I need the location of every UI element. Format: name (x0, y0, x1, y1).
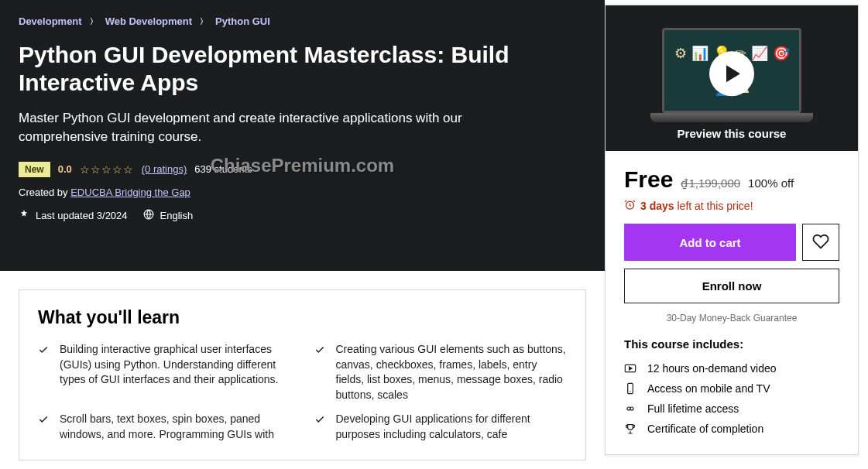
check-icon (314, 414, 325, 442)
rating-row: New 0.0 ☆☆☆☆☆ (0 ratings) 639 students (19, 162, 586, 177)
check-icon (314, 344, 325, 402)
alarm-icon (624, 199, 636, 213)
what-youll-learn: What you'll learn Building interactive g… (19, 289, 586, 460)
learn-item: Scroll bars, text boxes, spin boxes, pan… (38, 412, 291, 442)
video-icon (624, 362, 636, 375)
learn-item-text: Developing GUI applications for differen… (336, 412, 568, 442)
includes-list: 12 hours on-demand video Access on mobil… (624, 358, 839, 439)
preview-label: Preview this course (678, 127, 787, 140)
preview-video[interactable]: ⚙📊💡✏ 📈🎯👤☁ Preview this course (606, 5, 858, 151)
learn-item: Creating various GUI elements such as bu… (314, 342, 568, 402)
language: English (143, 209, 194, 222)
created-by: Created by EDUCBA Bridging the Gap (19, 187, 586, 198)
wishlist-button[interactable] (802, 224, 839, 261)
last-updated-text: Last updated 3/2024 (36, 210, 128, 221)
check-icon (38, 414, 49, 442)
last-updated: Last updated 3/2024 (19, 209, 128, 222)
play-icon (709, 51, 754, 96)
globe-icon (143, 209, 154, 222)
enroll-button[interactable]: Enroll now (624, 269, 839, 303)
svg-marker-3 (630, 367, 632, 370)
urgency-days: 3 days (640, 200, 674, 212)
trophy-icon (624, 423, 636, 435)
learn-item: Developing GUI applications for differen… (314, 412, 568, 442)
learn-item: Building interactive graphical user inte… (38, 342, 291, 402)
new-badge: New (19, 162, 50, 177)
check-icon (38, 344, 49, 402)
author-link[interactable]: EDUCBA Bridging the Gap (70, 187, 190, 198)
course-title: Python GUI Development Masterclass: Buil… (19, 41, 561, 97)
student-count: 639 students (194, 163, 252, 175)
learn-item-text: Creating various GUI elements such as bu… (336, 342, 568, 402)
urgency-message: 3 days left at this price! (624, 199, 839, 213)
purchase-card: ⚙📊💡✏ 📈🎯👤☁ Preview this course Free ₫1,19… (605, 5, 859, 455)
guarantee-text: 30-Day Money-Back Guarantee (624, 313, 839, 324)
includes-text: Full lifetime access (647, 402, 739, 415)
add-to-cart-button[interactable]: Add to cart (624, 224, 796, 261)
includes-item: Full lifetime access (624, 399, 839, 419)
badge-icon (19, 209, 29, 222)
course-subtitle: Master Python GUI development and create… (19, 109, 530, 146)
mobile-icon (624, 382, 636, 395)
learn-title: What you'll learn (38, 307, 567, 328)
learn-item-text: Scroll bars, text boxes, spin boxes, pan… (60, 412, 291, 442)
urgency-text: left at this price! (674, 200, 753, 212)
price: Free (624, 166, 673, 193)
chevron-right-icon: 〉 (90, 16, 98, 27)
breadcrumb-link[interactable]: Development (19, 15, 82, 27)
includes-item: Certificate of completion (624, 419, 839, 439)
heart-icon (812, 233, 829, 252)
star-icons: ☆☆☆☆☆ (80, 163, 134, 176)
breadcrumb-link[interactable]: Python GUI (215, 15, 270, 27)
original-price: ₫1,199,000 (681, 176, 740, 190)
language-text: English (160, 210, 194, 221)
ratings-link[interactable]: (0 ratings) (142, 163, 187, 175)
infinity-icon (624, 402, 636, 415)
includes-text: 12 hours on-demand video (647, 362, 777, 375)
includes-title: This course includes: (624, 337, 839, 351)
rating-value: 0.0 (58, 163, 72, 175)
includes-item: 12 hours on-demand video (624, 358, 839, 378)
created-by-label: Created by (19, 187, 70, 198)
chevron-right-icon: 〉 (200, 16, 208, 27)
learn-item-text: Building interactive graphical user inte… (60, 342, 291, 402)
course-header: Development 〉 Web Development 〉 Python G… (0, 0, 605, 271)
includes-item: Access on mobile and TV (624, 378, 839, 399)
breadcrumb: Development 〉 Web Development 〉 Python G… (19, 15, 586, 27)
svg-rect-4 (628, 383, 633, 393)
discount-percent: 100% off (748, 176, 794, 190)
breadcrumb-link[interactable]: Web Development (105, 15, 192, 27)
includes-text: Certificate of completion (647, 423, 763, 435)
includes-text: Access on mobile and TV (647, 382, 770, 395)
